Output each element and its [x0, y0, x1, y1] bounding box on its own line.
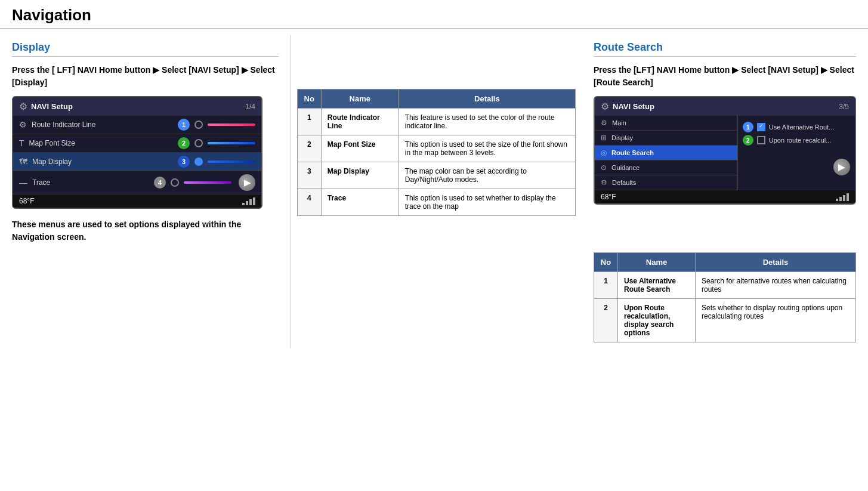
- signal-icon: [242, 197, 255, 205]
- page-title: Navigation: [12, 6, 91, 24]
- route-screen-body: ⚙ Main ⊞ Display ◎ Route Search ⊙ Guidan…: [595, 116, 855, 190]
- radio-4: [171, 178, 179, 187]
- screen-footer: 68°F: [13, 194, 261, 208]
- display-table-row-1: 1 Route Indicator Line This feature is u…: [297, 109, 575, 135]
- route-option-1: 1 Use Alternative Rout...: [743, 121, 850, 134]
- screen-title: NAVI Setup: [31, 102, 73, 111]
- display-row-no-1: 1: [297, 109, 321, 135]
- display-section-title: Display: [12, 41, 279, 57]
- display-row-details-3: The map color can be set according to Da…: [399, 162, 575, 189]
- route-option-text-2: Upon route recalcul...: [769, 137, 832, 144]
- menu-item-4: — Trace 4 ▶: [13, 171, 261, 194]
- radio-2: [194, 139, 203, 147]
- route-row-details-2: Sets whether to display routing options …: [696, 299, 856, 342]
- badge-2: 2: [178, 137, 190, 149]
- badge-3: 3: [178, 156, 190, 168]
- route-option-2: 2 Upon route recalcul...: [743, 134, 850, 147]
- route-checkbox-1[interactable]: [757, 123, 765, 131]
- route-menu-label-main: Main: [612, 119, 731, 126]
- route-col-no: No: [594, 253, 618, 272]
- display-row-details-2: This option is used to set the size of t…: [399, 135, 575, 162]
- menu-label-4: Trace: [32, 178, 149, 187]
- route-col-name: Name: [618, 253, 696, 272]
- bottom-text: These menus are used to set options disp…: [12, 218, 279, 243]
- route-section-title: Route Search: [594, 41, 856, 57]
- route-menu-icon-display: ⊞: [601, 134, 607, 142]
- display-instruction-text: Press the [ LFT] NAVI Home button ▶ Sele…: [12, 65, 275, 87]
- route-menu-defaults: ⚙ Defaults: [595, 175, 737, 190]
- gear-icon: ⚙: [19, 101, 27, 112]
- route-screen-header: ⚙ NAVI Setup 3/5: [595, 97, 855, 116]
- route-menu-guidance: ⊙ Guidance: [595, 160, 737, 175]
- display-row-name-3: Map Display: [321, 162, 399, 189]
- display-row-no-3: 3: [297, 162, 321, 189]
- color-line-3: [208, 160, 255, 163]
- col-details: Details: [399, 89, 575, 109]
- col-name: Name: [321, 89, 399, 109]
- display-row-no-2: 2: [297, 135, 321, 162]
- badge-4: 4: [154, 177, 166, 189]
- menu-item-1: ⚙ Route Indicator Line 1: [13, 116, 261, 134]
- route-gear-icon: ⚙: [601, 101, 609, 112]
- display-section: Display Press the [ LFT] NAVI Home butto…: [0, 35, 291, 348]
- nav-arrow-route[interactable]: ▶: [833, 159, 850, 175]
- route-menu-label-display: Display: [611, 134, 731, 141]
- screen-page-num: 1/4: [245, 103, 255, 111]
- main-layout: Display Press the [ LFT] NAVI Home butto…: [0, 29, 868, 348]
- color-line-2: [208, 142, 255, 144]
- col-no: No: [297, 89, 321, 109]
- route-menu-label-defaults: Defaults: [612, 179, 731, 186]
- route-instruction: Press the [LFT] NAVI Home button ▶ Selec…: [594, 64, 856, 89]
- display-row-name-1: Route Indicator Line: [321, 109, 399, 135]
- route-checkbox-2[interactable]: [757, 136, 765, 144]
- menu-item-3: 🗺 Map Display 3: [13, 153, 261, 171]
- display-row-no-4: 4: [297, 189, 321, 216]
- route-left-menu: ⚙ Main ⊞ Display ◎ Route Search ⊙ Guidan…: [595, 116, 738, 190]
- badge-1: 1: [178, 119, 190, 131]
- route-menu-label-route: Route Search: [611, 149, 731, 156]
- route-menu-icon-guidance: ⊙: [601, 163, 607, 172]
- route-menu-main: ⚙ Main: [595, 116, 737, 131]
- display-row-details-1: This feature is used to set the color of…: [399, 109, 575, 135]
- menu-label-2: Map Font Size: [29, 139, 173, 147]
- menu-item-2: T Map Font Size 2: [13, 134, 261, 153]
- menu-icon-4: —: [19, 178, 27, 187]
- route-screen-footer: 68°F: [595, 190, 855, 203]
- route-badge-2: 2: [743, 135, 753, 146]
- route-menu-display: ⊞ Display: [595, 131, 737, 146]
- radio-1: [194, 121, 203, 129]
- display-table-row-3: 3 Map Display The map color can be set a…: [297, 162, 575, 189]
- route-col-details: Details: [696, 253, 856, 272]
- display-row-name-2: Map Font Size: [321, 135, 399, 162]
- footer-temp: 68°F: [19, 197, 34, 205]
- route-table-wrapper: No Name Details 1 Use Alternative Route …: [594, 252, 856, 342]
- menu-label-3: Map Display: [32, 158, 173, 166]
- route-footer-temp: 68°F: [601, 193, 616, 201]
- route-menu-label-guidance: Guidance: [611, 164, 731, 171]
- color-line-4: [184, 181, 231, 184]
- nav-arrow-display[interactable]: ▶: [239, 174, 255, 191]
- menu-label-1: Route Indicator Line: [32, 121, 173, 129]
- route-row-name-2: Upon Route recalculation, display search…: [618, 299, 696, 342]
- color-line-1: [208, 123, 255, 126]
- route-row-no-2: 2: [594, 299, 618, 342]
- menu-icon-3: 🗺: [19, 157, 27, 166]
- display-screen-mockup: ⚙ NAVI Setup 1/4 ⚙ Route Indicator Line …: [12, 96, 262, 209]
- route-menu-icon-defaults: ⚙: [601, 178, 607, 187]
- route-nav-arrow-container: ▶: [743, 159, 850, 175]
- route-section: Route Search Press the [LFT] NAVI Home b…: [582, 35, 868, 348]
- route-screen-page: 3/5: [839, 103, 849, 111]
- menu-icon-2: T: [19, 138, 24, 148]
- screen-header: ⚙ NAVI Setup 1/4: [13, 97, 261, 116]
- route-row-no-1: 1: [594, 272, 618, 299]
- route-screen-title: NAVI Setup: [613, 102, 654, 111]
- page-header: Navigation: [0, 0, 868, 29]
- route-row-name-1: Use Alternative Route Search: [618, 272, 696, 299]
- route-table-row-1: 1 Use Alternative Route Search Search fo…: [594, 272, 856, 299]
- route-row-details-1: Search for alternative routes when calcu…: [696, 272, 856, 299]
- route-option-text-1: Use Alternative Rout...: [769, 123, 834, 131]
- radio-3: [194, 158, 203, 166]
- route-table: No Name Details 1 Use Alternative Route …: [594, 252, 856, 342]
- display-row-details-4: This option is used to set whether to di…: [399, 189, 575, 216]
- route-signal-icon: [836, 193, 849, 201]
